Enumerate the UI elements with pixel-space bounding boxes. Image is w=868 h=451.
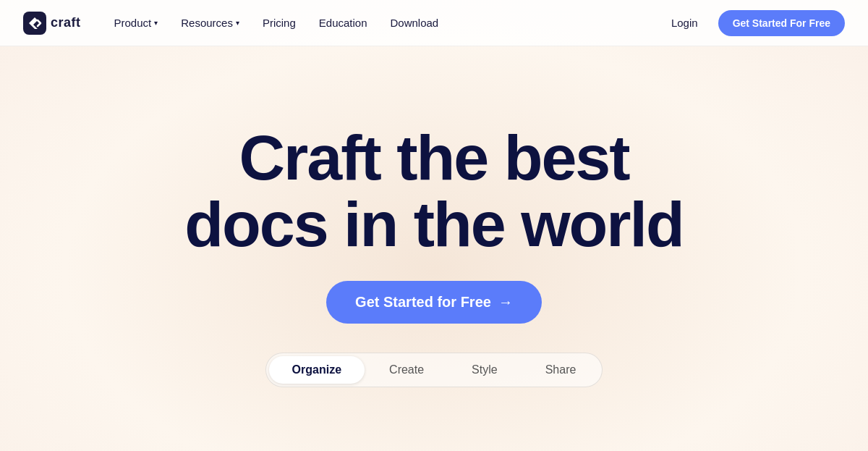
nav-right: Login Get Started For Free [663, 10, 845, 36]
hero-tabs: Organize Create Style Share [265, 353, 603, 387]
hero-cta-button[interactable]: Get Started for Free → [326, 281, 542, 324]
login-link[interactable]: Login [663, 11, 707, 35]
tab-share[interactable]: Share [522, 356, 600, 384]
nav-item-education[interactable]: Education [309, 11, 378, 35]
nav-links: Product ▾ Resources ▾ Pricing Education … [104, 11, 663, 35]
nav-item-pricing[interactable]: Pricing [252, 11, 306, 35]
page-wrapper: craft Product ▾ Resources ▾ Pricing Educ… [0, 0, 868, 451]
nav-item-download[interactable]: Download [380, 11, 449, 35]
craft-logo-icon [23, 12, 46, 35]
logo-link[interactable]: craft [23, 12, 81, 35]
nav-cta-button[interactable]: Get Started For Free [718, 10, 845, 36]
chevron-down-icon: ▾ [154, 19, 158, 27]
navbar: craft Product ▾ Resources ▾ Pricing Educ… [0, 0, 868, 46]
nav-item-resources[interactable]: Resources ▾ [171, 11, 250, 35]
arrow-icon: → [498, 294, 513, 311]
logo-text: craft [51, 15, 81, 30]
nav-item-product[interactable]: Product ▾ [104, 11, 169, 35]
tab-organize[interactable]: Organize [269, 356, 365, 384]
hero-title: Craft the best docs in the world [184, 125, 684, 258]
hero-section: Craft the best docs in the world Get Sta… [0, 46, 868, 451]
chevron-down-icon: ▾ [236, 19, 239, 27]
tab-create[interactable]: Create [366, 356, 447, 384]
tab-style[interactable]: Style [448, 356, 521, 384]
